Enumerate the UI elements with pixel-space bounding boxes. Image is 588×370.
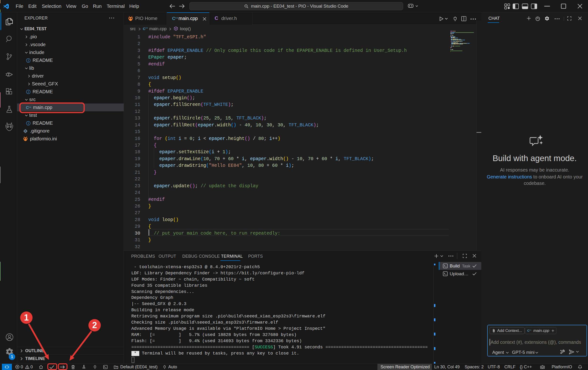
svg-text:2: 2 xyxy=(92,320,97,330)
svg-text:1: 1 xyxy=(24,313,29,322)
